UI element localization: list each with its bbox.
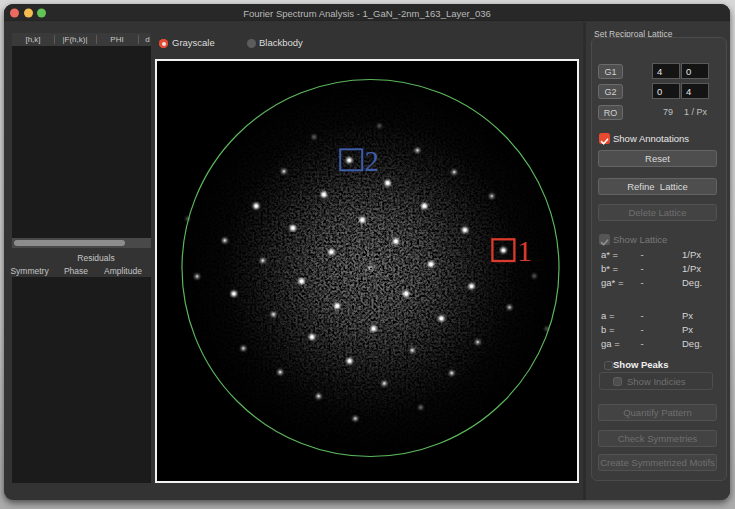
svg-text:1: 1 bbox=[517, 233, 532, 266]
svg-text:2: 2 bbox=[365, 144, 380, 176]
